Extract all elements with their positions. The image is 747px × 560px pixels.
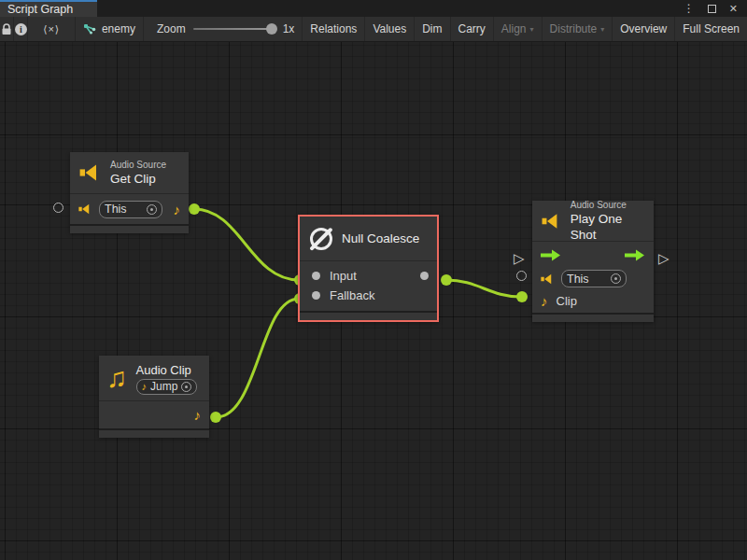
node-play-one-shot[interactable]: Audio Source Play One Shot — [532, 201, 654, 322]
audio-clip-variable-field[interactable]: ♪ Jump — [136, 379, 198, 395]
carry-button[interactable]: Carry — [451, 17, 494, 41]
graph-icon — [83, 23, 96, 35]
zoom-label: Zoom — [157, 22, 186, 35]
get-clip-this-field[interactable]: This — [99, 201, 162, 218]
audio-source-icon — [542, 211, 562, 231]
distribute-label: Distribute — [550, 22, 598, 35]
values-button[interactable]: Values — [365, 17, 415, 41]
tab-script-graph[interactable]: Script Graph — [0, 0, 97, 17]
node-audio-clip-header[interactable]: ♫ Audio Clip ♪ Jump — [99, 356, 209, 400]
connection-wire[interactable] — [194, 209, 299, 280]
code-icon: ⟨×⟩ — [43, 23, 60, 35]
input-port-label: Input — [330, 269, 357, 283]
node-null-coalesce-header[interactable]: Null Coalesce — [300, 217, 437, 260]
node-null-coalesce[interactable]: Null Coalesce Input Fallback — [298, 215, 439, 322]
node-title: Null Coalesce — [342, 231, 419, 246]
window-menu-icon[interactable]: ⋮ — [684, 3, 695, 14]
script-graph-window: Script Graph ⋮ ✕ i ⟨×⟩ — [0, 0, 747, 560]
node-title: Get Clip — [110, 171, 166, 187]
node-audio-clip[interactable]: ♫ Audio Clip ♪ Jump ♪ — [99, 356, 209, 438]
align-dropdown[interactable]: Align ▾ — [494, 17, 543, 41]
input-port[interactable] — [312, 272, 320, 280]
flow-output-arrow-icon[interactable] — [625, 249, 645, 261]
chevron-down-icon: ▾ — [530, 25, 534, 34]
node-footer — [99, 430, 209, 438]
code-view-button[interactable]: ⟨×⟩ — [28, 17, 76, 41]
overview-label: Overview — [620, 22, 667, 35]
graph-canvas[interactable]: Audio Source Get Clip This ♪ — [0, 42, 747, 560]
object-picker-icon[interactable] — [147, 204, 157, 215]
close-icon[interactable]: ✕ — [729, 4, 738, 14]
chevron-down-icon: ▾ — [600, 25, 604, 34]
dim-button[interactable]: Dim — [415, 17, 450, 41]
zoom-slider[interactable] — [193, 22, 275, 35]
fallback-port[interactable] — [312, 291, 320, 300]
flow-input-arrow-icon[interactable] — [541, 249, 561, 261]
object-picker-icon[interactable] — [611, 273, 621, 284]
node-get-clip[interactable]: Audio Source Get Clip This ♪ — [70, 152, 189, 233]
node-category: Audio Source — [110, 159, 166, 171]
audio-clip-output-port-icon[interactable]: ♪ — [194, 408, 202, 422]
window-controls: ⋮ ✕ — [684, 0, 747, 17]
object-picker-icon[interactable] — [181, 382, 191, 392]
get-clip-port-row: This ♪ — [70, 194, 189, 224]
relations-button[interactable]: Relations — [303, 17, 365, 41]
result-output-port[interactable] — [420, 272, 429, 280]
node-footer — [532, 315, 654, 322]
this-field-value: This — [105, 203, 127, 216]
values-label: Values — [373, 22, 406, 35]
node-category: Audio Source — [571, 199, 644, 211]
audio-clip-icon: ♫ — [106, 364, 128, 392]
align-label: Align — [501, 22, 527, 35]
play-one-shot-this-field[interactable]: This — [561, 270, 627, 287]
connection-endpoint[interactable] — [441, 274, 452, 286]
fallback-port-label: Fallback — [330, 288, 374, 302]
toolbar: i ⟨×⟩ enemy Zoom 1x Relations Values Dim… — [0, 17, 747, 42]
zoom-value: 1x — [283, 22, 295, 35]
connection-endpoint[interactable] — [189, 203, 200, 215]
fullscreen-label: Full Screen — [683, 22, 740, 35]
connection-wire[interactable] — [216, 299, 299, 417]
connection-wire[interactable] — [446, 280, 521, 297]
audio-source-icon — [79, 162, 102, 183]
info-button[interactable]: i — [14, 17, 28, 41]
zoom-segment: Zoom 1x — [144, 17, 303, 41]
overview-button[interactable]: Overview — [613, 17, 675, 41]
lock-icon — [1, 23, 12, 35]
dim-label: Dim — [422, 22, 442, 35]
graph-name-label: enemy — [102, 22, 135, 35]
node-footer — [70, 226, 189, 233]
audio-source-icon — [541, 273, 555, 286]
carry-label: Carry — [458, 22, 486, 35]
note-icon: ♪ — [142, 382, 148, 392]
node-footer — [300, 313, 437, 320]
fullscreen-button[interactable]: Full Screen — [675, 17, 747, 41]
distribute-dropdown[interactable]: Distribute ▾ — [543, 17, 613, 41]
info-icon: i — [15, 23, 27, 35]
clip-input-port-icon[interactable]: ♪ — [541, 294, 548, 308]
connection-endpoint[interactable] — [516, 291, 528, 302]
lock-button[interactable] — [0, 17, 14, 41]
play-one-shot-this-input-port[interactable] — [516, 271, 527, 281]
maximize-icon[interactable] — [708, 5, 716, 13]
audio-clip-output-port-icon[interactable]: ♪ — [174, 203, 181, 217]
titlebar: Script Graph ⋮ ✕ — [0, 0, 747, 17]
play-one-shot-this-row: This — [532, 268, 654, 289]
relations-label: Relations — [310, 22, 357, 35]
variable-field-value: Jump — [150, 380, 177, 393]
node-get-clip-header[interactable]: Audio Source Get Clip — [70, 152, 189, 193]
zoom-slider-handle[interactable] — [266, 23, 277, 35]
play-one-shot-clip-row: ♪ Clip — [532, 289, 654, 313]
graph-name-segment[interactable]: enemy — [76, 17, 144, 41]
node-play-one-shot-header[interactable]: Audio Source Play One Shot — [532, 201, 654, 241]
tab-title: Script Graph — [7, 3, 73, 16]
zoom-slider-track[interactable] — [193, 28, 275, 30]
connection-endpoint[interactable] — [210, 412, 221, 423]
node-title: Audio Clip — [136, 362, 198, 378]
flow-output-port[interactable]: ▷ — [658, 251, 669, 265]
this-field-value: This — [567, 273, 589, 286]
get-clip-this-input-port[interactable] — [53, 203, 63, 213]
clip-port-label: Clip — [557, 294, 577, 308]
flow-input-port[interactable]: ▷ — [514, 251, 525, 265]
null-coalesce-icon — [309, 227, 333, 251]
